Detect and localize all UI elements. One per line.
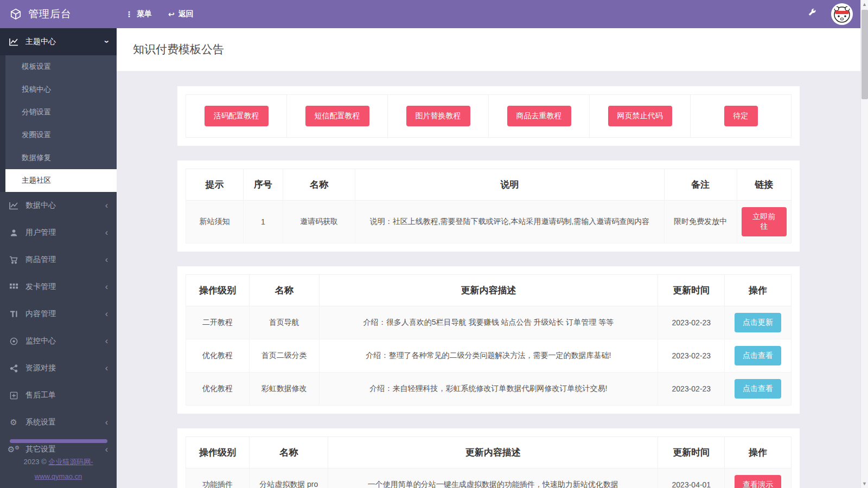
chevron-left-icon: ‹: [105, 228, 108, 237]
click-update-button[interactable]: 点击更新: [735, 313, 781, 332]
site-url-link[interactable]: www.qymao.cn: [35, 472, 82, 480]
sidebar-item-label: 用户管理: [25, 228, 56, 237]
chart-line-icon: [9, 38, 18, 46]
cell-level: 功能插件: [186, 468, 250, 488]
back-arrow-icon: ↩: [168, 10, 175, 18]
scroll-up-arrow-icon[interactable]: ▲: [861, 0, 868, 9]
tutorial-button-block-code[interactable]: 网页禁止代码: [608, 106, 672, 126]
menu-toggle-button[interactable]: ⋮ 菜单: [125, 9, 152, 19]
plugin-table: 操作级别 名称 更新内容描述 更新时间 操作 功能插件 分站虚拟数据 pro 一…: [186, 436, 792, 488]
cell-level: 优化教程: [186, 373, 250, 406]
sidebar-item-data-center[interactable]: 数据中心 ‹: [0, 192, 117, 219]
sidebar-item-system-settings[interactable]: ⚙ 系统设置 ‹: [0, 409, 117, 436]
cell-desc: 介绍：整理了各种常见的二级分类问题解决方法，需要一定的数据库基础!: [319, 339, 658, 373]
chevron-left-icon: ‹: [105, 363, 108, 373]
page-title-bar: 知识付费模板公告: [117, 28, 860, 71]
tutorial-button-tbd[interactable]: 待定: [724, 106, 758, 126]
submenu-item-submission-center[interactable]: 投稿中心: [5, 78, 117, 101]
submenu-item-data-repair[interactable]: 数据修复: [5, 146, 117, 169]
cell-name: 彩虹数据修改: [250, 373, 319, 406]
tutorial-button-image-replace[interactable]: 图片替换教程: [406, 106, 470, 126]
cell-date: 2023-02-23: [658, 373, 725, 406]
cell-desc: 介绍：很多人喜欢的5栏目导航 我要赚钱 站点公告 升级站长 订单管理 等等: [319, 306, 658, 339]
tutorial-button-sms[interactable]: 短信配置教程: [305, 106, 369, 126]
theme-center-submenu: 模板设置 投稿中心 分销设置 发圈设置 数据修复 主题社区: [0, 55, 117, 192]
table-row: 二开教程 首页导航 介绍：很多人喜欢的5栏目导航 我要赚钱 站点公告 升级站长 …: [186, 306, 792, 339]
tutorial-table-card: 操作级别 名称 更新内容描述 更新时间 操作 二开教程 首页导航 介绍：很多人喜…: [177, 266, 800, 414]
notice-table-card: 提示 序号 名称 说明 备注 链接 新站须知 1 邀请码获取 说明：社区上线教程…: [177, 160, 800, 252]
sidebar-item-user-management[interactable]: 用户管理 ‹: [0, 219, 117, 246]
submenu-item-theme-community[interactable]: 主题社区: [5, 169, 117, 192]
sidebar-item-product-management[interactable]: 商品管理 ‹: [0, 246, 117, 273]
column-header: 序号: [244, 169, 283, 201]
cell-desc: 介绍：来自轻狸科技，彩虹系统修改订单数据代刷网修改订单统计交易!: [319, 373, 658, 406]
sidebar-item-card-management[interactable]: 发卡管理 ‹: [0, 273, 117, 300]
cell-name: 首页二级分类: [250, 339, 319, 373]
submenu-item-distribution-settings[interactable]: 分销设置: [5, 101, 117, 124]
scroll-down-arrow-icon[interactable]: ▼: [861, 479, 868, 488]
quick-links-card: 活码配置教程 短信配置教程 图片替换教程 商品去重教程 网页禁止代码 待定: [177, 86, 800, 146]
sidebar-item-monitor-center[interactable]: 监控中心 ‹: [0, 328, 117, 355]
cell-name: 分站虚拟数据 pro: [250, 468, 328, 488]
share-nodes-icon: [9, 364, 18, 373]
column-header: 操作: [725, 275, 792, 306]
wrench-icon[interactable]: [807, 8, 817, 20]
chart-line-icon: [9, 202, 18, 210]
app-logo[interactable]: 管理后台: [0, 7, 117, 21]
vertical-scrollbar[interactable]: ▲ ▼: [860, 0, 868, 488]
column-header: 名称: [250, 437, 328, 468]
column-header: 更新内容描述: [328, 437, 658, 468]
table-row: 功能插件 分站虚拟数据 pro 一个使用简单的分站一键生成虚拟数据的功能插件，快…: [186, 468, 792, 488]
sidebar-item-aftersale-tickets[interactable]: 售后工单: [0, 382, 117, 409]
column-header: 链接: [737, 169, 791, 201]
plugin-table-card: 操作级别 名称 更新内容描述 更新时间 操作 功能插件 分站虚拟数据 pro 一…: [177, 428, 800, 488]
sidebar-item-label: 数据中心: [25, 201, 56, 210]
chevron-left-icon: ‹: [105, 201, 108, 210]
copyright-text: 2023 ©: [23, 458, 48, 466]
sidebar-item-content-management[interactable]: 内容管理 ‹: [0, 300, 117, 328]
footer-divider-bar: [10, 439, 107, 443]
cell-date: 2023-04-01: [658, 468, 725, 488]
grid-icon: [9, 283, 18, 291]
chevron-left-icon: ‹: [105, 255, 108, 265]
cell-date: 2023-02-23: [658, 306, 725, 339]
sidebar-item-theme-center[interactable]: 主题中心 ›: [0, 28, 117, 55]
tutorial-button-dedupe[interactable]: 商品去重教程: [507, 106, 571, 126]
column-header: 更新时间: [658, 275, 725, 306]
column-header: 名称: [250, 275, 319, 306]
tutorial-table: 操作级别 名称 更新内容描述 更新时间 操作 二开教程 首页导航 介绍：很多人喜…: [186, 274, 792, 406]
user-avatar[interactable]: [831, 3, 853, 25]
site-name-link[interactable]: 企业猫源码网-: [48, 458, 93, 466]
click-view-button[interactable]: 点击查看: [735, 379, 781, 399]
table-row: 优化教程 彩虹数据修改 介绍：来自轻狸科技，彩虹系统修改订单数据代刷网修改订单统…: [186, 373, 792, 406]
plus-square-icon: [9, 391, 18, 400]
cell-desc: 说明：社区上线教程,需要登陆下载或评论,本站采用邀请码制,需输入邀请码查阅内容: [355, 201, 664, 243]
column-header: 操作级别: [186, 437, 250, 468]
column-header: 操作: [725, 437, 792, 468]
column-header: 说明: [355, 169, 664, 201]
text-icon: [9, 310, 18, 318]
table-row: 优化教程 首页二级分类 介绍：整理了各种常见的二级分类问题解决方法，需要一定的数…: [186, 339, 792, 373]
sidebar-footer: 2023 © 企业猫源码网- www.qymao.cn: [0, 439, 117, 480]
go-now-button[interactable]: 立即前往: [742, 207, 787, 236]
scrollbar-thumb[interactable]: [861, 10, 868, 99]
cell-level: 优化教程: [186, 339, 250, 373]
chevron-left-icon: ‹: [105, 418, 108, 427]
vertical-dots-icon: ⋮: [125, 10, 133, 18]
submenu-item-template-settings[interactable]: 模板设置: [5, 55, 117, 78]
sidebar-item-label: 发卡管理: [25, 282, 56, 292]
sidebar-item-label: 主题中心: [25, 37, 56, 47]
cell-name: 邀请码获取: [283, 201, 355, 243]
chevron-left-icon: ‹: [105, 282, 108, 292]
sidebar-item-label: 监控中心: [25, 336, 56, 346]
back-button[interactable]: ↩ 返回: [168, 9, 194, 19]
dot-circle-icon: [9, 337, 18, 345]
view-demo-button[interactable]: 查看演示: [735, 475, 781, 488]
submenu-item-moments-settings[interactable]: 发圈设置: [5, 124, 117, 146]
click-view-button[interactable]: 点击查看: [735, 346, 781, 365]
cell-date: 2023-02-23: [658, 339, 725, 373]
chevron-left-icon: ‹: [105, 336, 108, 346]
tutorial-button-livecode[interactable]: 活码配置教程: [205, 106, 269, 126]
sidebar-item-resource-docking[interactable]: 资源对接 ‹: [0, 355, 117, 382]
back-label: 返回: [178, 9, 194, 19]
